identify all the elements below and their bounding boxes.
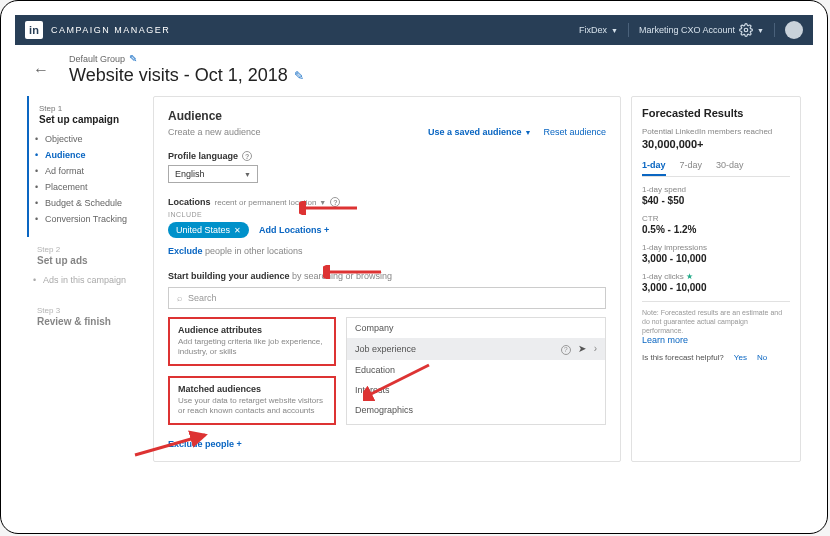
search-placeholder: Search <box>188 293 217 303</box>
step2-title: Set up ads <box>37 255 143 266</box>
back-button[interactable]: ← <box>29 58 53 82</box>
chevron-down-icon: ▼ <box>244 171 251 178</box>
reset-audience-link[interactable]: Reset audience <box>543 127 606 137</box>
build-subtext: by searching or browsing <box>290 271 393 281</box>
card-desc: Use your data to retarget website visito… <box>178 396 326 417</box>
linkedin-logo-icon: in <box>25 21 43 39</box>
step3-title: Review & finish <box>37 316 143 327</box>
chevron-down-icon: ▼ <box>611 27 618 34</box>
card-desc: Add targeting criteria like job experien… <box>178 337 326 358</box>
reach-value: 30,000,000+ <box>642 138 790 150</box>
attribute-menu: Company Job experience ? ➤ › Education I… <box>346 317 606 425</box>
spend-label: 1-day spend <box>642 185 790 194</box>
app-name: CAMPAIGN MANAGER <box>51 25 170 35</box>
exclude-people-link[interactable]: Exclude people <box>168 439 606 449</box>
gear-icon <box>739 23 753 37</box>
use-saved-audience-link[interactable]: Use a saved audience <box>428 127 532 137</box>
profile-language-select[interactable]: English ▼ <box>168 165 258 183</box>
search-icon: ⌕ <box>177 293 182 303</box>
sidebar-item-ad-format[interactable]: Ad format <box>39 163 143 179</box>
chevron-down-icon: ▼ <box>757 27 764 34</box>
step3-label: Step 3 <box>37 306 143 315</box>
card-title: Audience attributes <box>178 325 326 335</box>
menu-item-company[interactable]: Company <box>347 318 605 338</box>
matched-audiences-card[interactable]: Matched audiences Use your data to retar… <box>168 376 336 425</box>
clicks-value: 3,000 - 10,000 <box>642 282 790 293</box>
title-bar: ← Default Group ✎ Website visits - Oct 1… <box>15 45 813 96</box>
sidebar-item-objective[interactable]: Objective <box>39 131 143 147</box>
ctr-label: CTR <box>642 214 790 223</box>
learn-more-link[interactable]: Learn more <box>642 335 688 345</box>
panel-title: Audience <box>168 109 222 123</box>
menu-item-education[interactable]: Education <box>347 360 605 380</box>
step2-label: Step 2 <box>37 245 143 254</box>
step1-label: Step 1 <box>39 104 143 113</box>
cursor-icon: ➤ <box>578 343 586 354</box>
location-type-select[interactable]: recent or permanent location <box>215 198 327 207</box>
account-selector-label: Marketing CXO Account <box>639 25 735 35</box>
locations-label: Locations <box>168 197 211 207</box>
edit-group-icon[interactable]: ✎ <box>129 53 137 64</box>
help-icon[interactable]: ? <box>242 151 252 161</box>
org-selector[interactable]: FixDex ▼ <box>579 25 618 35</box>
clicks-label: 1-day clicks ★ <box>642 272 790 281</box>
sidebar-item-budget[interactable]: Budget & Schedule <box>39 195 143 211</box>
tab-7day[interactable]: 7-day <box>680 160 703 176</box>
edit-title-icon[interactable]: ✎ <box>294 69 304 83</box>
audience-search-input[interactable]: ⌕ Search <box>168 287 606 309</box>
card-title: Matched audiences <box>178 384 326 394</box>
ctr-value: 0.5% - 1.2% <box>642 224 790 235</box>
sidebar-item-placement[interactable]: Placement <box>39 179 143 195</box>
group-name: Default Group <box>69 54 125 64</box>
profile-language-value: English <box>175 169 205 179</box>
exclude-locations-text: people in other locations <box>203 246 303 256</box>
help-icon[interactable]: ? <box>561 345 571 355</box>
exclude-locations-link[interactable]: Exclude <box>168 246 203 256</box>
location-chip-us[interactable]: United States ✕ <box>168 222 249 238</box>
forecast-yes-link[interactable]: Yes <box>734 353 747 362</box>
sidebar-item-conversion[interactable]: Conversion Tracking <box>39 211 143 227</box>
star-icon: ★ <box>686 272 693 281</box>
chevron-right-icon: › <box>594 343 597 354</box>
step1-title: Set up campaign <box>39 114 143 125</box>
include-label: INCLUDE <box>168 211 606 218</box>
top-bar: in CAMPAIGN MANAGER FixDex ▼ Marketing C… <box>15 15 813 45</box>
audience-panel: Audience Create a new audience Use a sav… <box>153 96 621 462</box>
org-selector-label: FixDex <box>579 25 607 35</box>
help-icon[interactable]: ? <box>330 197 340 207</box>
divider <box>628 23 629 37</box>
close-icon[interactable]: ✕ <box>234 226 241 235</box>
impressions-value: 3,000 - 10,000 <box>642 253 790 264</box>
audience-attributes-card[interactable]: Audience attributes Add targeting criter… <box>168 317 336 366</box>
menu-item-interests[interactable]: Interests <box>347 380 605 400</box>
forecast-note: Note: Forecasted results are an estimate… <box>642 309 782 334</box>
avatar[interactable] <box>785 21 803 39</box>
forecast-title: Forecasted Results <box>642 107 790 119</box>
page-title: Website visits - Oct 1, 2018 <box>69 65 288 86</box>
svg-point-0 <box>744 28 748 32</box>
add-locations-link[interactable]: Add Locations <box>259 225 329 235</box>
steps-sidebar: Step 1 Set up campaign Objective Audienc… <box>27 96 143 462</box>
reach-label: Potential LinkedIn members reached <box>642 127 790 136</box>
location-chip-label: United States <box>176 225 230 235</box>
forecast-panel: Forecasted Results Potential LinkedIn me… <box>631 96 801 462</box>
forecast-no-link[interactable]: No <box>757 353 767 362</box>
sidebar-item-ads[interactable]: Ads in this campaign <box>37 272 143 288</box>
account-selector[interactable]: Marketing CXO Account ▼ <box>639 23 764 37</box>
tab-1day[interactable]: 1-day <box>642 160 666 176</box>
sidebar-item-audience[interactable]: Audience <box>39 147 143 163</box>
profile-language-label: Profile language <box>168 151 238 161</box>
spend-value: $40 - $50 <box>642 195 790 206</box>
menu-item-demographics[interactable]: Demographics <box>347 400 605 420</box>
impressions-label: 1-day impressions <box>642 243 790 252</box>
panel-subtitle: Create a new audience <box>168 127 261 137</box>
divider <box>774 23 775 37</box>
tab-30day[interactable]: 30-day <box>716 160 744 176</box>
build-label: Start building your audience <box>168 271 290 281</box>
menu-item-job-experience[interactable]: Job experience ? ➤ › <box>347 338 605 360</box>
forecast-help-question: Is this forecast helpful? <box>642 353 724 362</box>
